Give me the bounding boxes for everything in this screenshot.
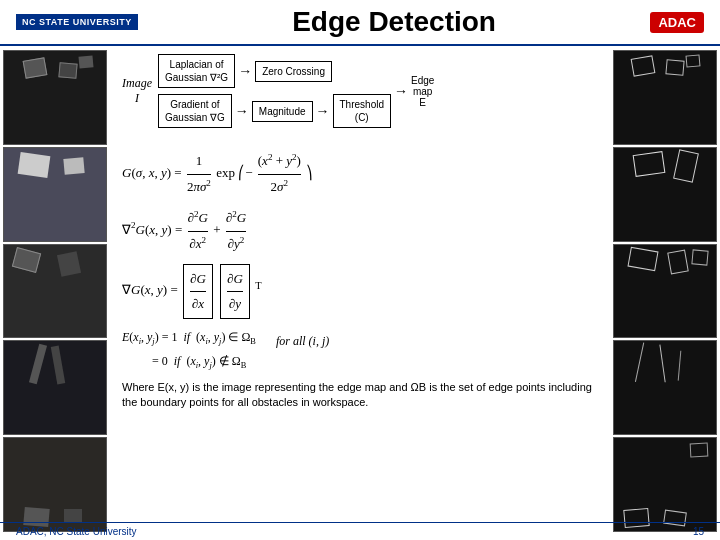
math-area: G(σ, x, y) = 1 2πσ2 exp ⎛− (x2 + y2) 2σ2…	[122, 138, 598, 528]
right-photo-3	[613, 244, 717, 339]
edge-eq-lines: E(xi, yj) = 1 if (xi, yj) ∈ ΩB = 0 if (x…	[122, 327, 256, 374]
footer-right: 15	[693, 526, 704, 537]
edge-eq-line1: E(xi, yj) = 1 if (xi, yj) ∈ ΩB	[122, 327, 256, 350]
arrow-2: →	[235, 103, 249, 119]
main-content: Image I Laplacian of Gaussian ∇²G → Zero…	[0, 46, 720, 536]
right-photo-strip	[610, 46, 720, 536]
description-text: Where E(x, y) is the image representing …	[122, 380, 598, 411]
arrow-3: →	[316, 103, 330, 119]
flow-row-1: Laplacian of Gaussian ∇²G → Zero Crossin…	[158, 54, 391, 88]
magnitude-box: Magnitude	[252, 101, 313, 122]
formula-3: ∇G(x, y) = ∂G ∂x ∂G ∂y T	[122, 264, 598, 319]
center-content: Image I Laplacian of Gaussian ∇²G → Zero…	[110, 46, 610, 536]
laplacian-box: Laplacian of Gaussian ∇²G	[158, 54, 235, 88]
arrow-1: →	[238, 63, 252, 79]
left-photo-1	[3, 50, 107, 145]
flow-row-2: Gradient of Gaussian ∇G → Magnitude → Th…	[158, 94, 391, 128]
left-photo-3	[3, 244, 107, 339]
formula-1: G(σ, x, y) = 1 2πσ2 exp ⎛− (x2 + y2) 2σ2…	[122, 149, 598, 198]
left-photo-strip	[0, 46, 110, 536]
left-photo-2	[3, 147, 107, 242]
footer: ADAC, NC State University 15	[0, 522, 720, 540]
for-all-label: for all (i, j)	[276, 331, 329, 353]
threshold-box: Threshold (C)	[333, 94, 391, 128]
flow-boxes: Laplacian of Gaussian ∇²G → Zero Crossin…	[158, 54, 391, 128]
left-photo-5	[3, 437, 107, 532]
right-photo-4	[613, 340, 717, 435]
institution-label: NC STATE UNIVERSITY	[16, 14, 138, 30]
gradient-box: Gradient of Gaussian ∇G	[158, 94, 232, 128]
right-photo-2	[613, 147, 717, 242]
image-label: Image I	[122, 76, 152, 106]
right-photo-5	[613, 437, 717, 532]
zero-crossing-box: Zero Crossing	[255, 61, 332, 82]
left-photo-4	[3, 340, 107, 435]
page-title: Edge Detection	[292, 6, 496, 38]
adac-logo: ADAC	[650, 12, 704, 33]
edge-eq-line2: = 0 if (xi, yj) ∉ ΩB	[122, 351, 256, 374]
edge-map-label: Edge map E	[411, 75, 434, 108]
formula-2: ∇2G(x, y) = ∂2G ∂x2 + ∂2G ∂y2	[122, 206, 598, 255]
header: NC STATE UNIVERSITY Edge Detection ADAC	[0, 0, 720, 46]
footer-left: ADAC, NC State University	[16, 526, 137, 537]
arrow-4: →	[394, 83, 408, 99]
edge-equation: E(xi, yj) = 1 if (xi, yj) ∈ ΩB = 0 if (x…	[122, 327, 598, 374]
right-photo-1	[613, 50, 717, 145]
flow-diagram: Image I Laplacian of Gaussian ∇²G → Zero…	[122, 54, 598, 128]
